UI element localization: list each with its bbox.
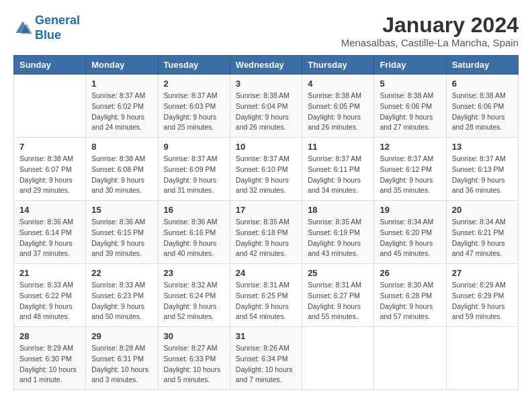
day-number: 27 xyxy=(452,268,513,278)
day-info: Sunrise: 8:34 AMSunset: 6:20 PMDaylight:… xyxy=(380,217,440,259)
day-number: 10 xyxy=(236,142,296,152)
day-info: Sunrise: 8:36 AMSunset: 6:15 PMDaylight:… xyxy=(91,217,152,259)
calendar-cell: 20 Sunrise: 8:34 AMSunset: 6:21 PMDaylig… xyxy=(446,201,518,264)
column-header-wednesday: Wednesday xyxy=(230,56,302,75)
calendar-cell: 2 Sunrise: 8:37 AMSunset: 6:03 PMDayligh… xyxy=(158,75,230,138)
calendar-cell: 30 Sunrise: 8:27 AMSunset: 6:33 PMDaylig… xyxy=(158,327,230,390)
calendar-week-row: 7 Sunrise: 8:38 AMSunset: 6:07 PMDayligh… xyxy=(14,138,519,201)
calendar-cell: 29 Sunrise: 8:28 AMSunset: 6:31 PMDaylig… xyxy=(86,327,158,390)
logo-line2: Blue xyxy=(35,28,61,42)
calendar-cell: 6 Sunrise: 8:38 AMSunset: 6:06 PMDayligh… xyxy=(446,75,518,138)
logo: General Blue xyxy=(13,13,80,42)
calendar-cell: 21 Sunrise: 8:33 AMSunset: 6:22 PMDaylig… xyxy=(14,264,86,327)
day-info: Sunrise: 8:38 AMSunset: 6:06 PMDaylight:… xyxy=(380,91,440,133)
day-info: Sunrise: 8:33 AMSunset: 6:23 PMDaylight:… xyxy=(91,280,152,322)
column-header-monday: Monday xyxy=(86,56,158,75)
calendar-cell: 27 Sunrise: 8:29 AMSunset: 6:29 PMDaylig… xyxy=(446,264,518,327)
day-number: 17 xyxy=(236,205,296,215)
calendar-cell xyxy=(446,327,518,390)
calendar-cell xyxy=(14,75,86,138)
day-info: Sunrise: 8:38 AMSunset: 6:08 PMDaylight:… xyxy=(91,154,152,196)
day-info: Sunrise: 8:28 AMSunset: 6:31 PMDaylight:… xyxy=(91,343,152,385)
day-info: Sunrise: 8:37 AMSunset: 6:03 PMDaylight:… xyxy=(164,91,224,133)
day-info: Sunrise: 8:35 AMSunset: 6:19 PMDaylight:… xyxy=(308,217,368,259)
calendar-week-row: 1 Sunrise: 8:37 AMSunset: 6:02 PMDayligh… xyxy=(14,75,519,138)
calendar-cell: 26 Sunrise: 8:30 AMSunset: 6:28 PMDaylig… xyxy=(374,264,446,327)
day-info: Sunrise: 8:27 AMSunset: 6:33 PMDaylight:… xyxy=(164,343,224,385)
calendar-cell: 28 Sunrise: 8:29 AMSunset: 6:30 PMDaylig… xyxy=(14,327,86,390)
day-info: Sunrise: 8:37 AMSunset: 6:09 PMDaylight:… xyxy=(164,154,224,196)
day-number: 14 xyxy=(19,205,80,215)
calendar-cell: 23 Sunrise: 8:32 AMSunset: 6:24 PMDaylig… xyxy=(158,264,230,327)
calendar-cell: 5 Sunrise: 8:38 AMSunset: 6:06 PMDayligh… xyxy=(374,75,446,138)
day-info: Sunrise: 8:37 AMSunset: 6:10 PMDaylight:… xyxy=(236,154,296,196)
day-number: 22 xyxy=(91,268,152,278)
day-info: Sunrise: 8:38 AMSunset: 6:04 PMDaylight:… xyxy=(236,91,296,133)
day-number: 4 xyxy=(308,79,368,89)
day-number: 5 xyxy=(380,79,440,89)
day-number: 2 xyxy=(164,79,224,89)
day-number: 31 xyxy=(236,331,296,341)
calendar-cell: 9 Sunrise: 8:37 AMSunset: 6:09 PMDayligh… xyxy=(158,138,230,201)
column-header-friday: Friday xyxy=(374,56,446,75)
day-info: Sunrise: 8:37 AMSunset: 6:12 PMDaylight:… xyxy=(380,154,440,196)
day-number: 30 xyxy=(164,331,224,341)
day-info: Sunrise: 8:37 AMSunset: 6:13 PMDaylight:… xyxy=(452,154,513,196)
page-header: General Blue January 2024 Menasalbas, Ca… xyxy=(13,13,519,48)
calendar-cell: 16 Sunrise: 8:36 AMSunset: 6:16 PMDaylig… xyxy=(158,201,230,264)
day-number: 6 xyxy=(452,79,513,89)
day-info: Sunrise: 8:38 AMSunset: 6:06 PMDaylight:… xyxy=(452,91,513,133)
day-number: 13 xyxy=(452,142,513,152)
day-number: 3 xyxy=(236,79,296,89)
day-info: Sunrise: 8:31 AMSunset: 6:27 PMDaylight:… xyxy=(308,280,368,322)
calendar-cell: 18 Sunrise: 8:35 AMSunset: 6:19 PMDaylig… xyxy=(302,201,374,264)
day-number: 28 xyxy=(19,331,80,341)
calendar-cell: 11 Sunrise: 8:37 AMSunset: 6:11 PMDaylig… xyxy=(302,138,374,201)
day-number: 21 xyxy=(19,268,80,278)
logo-line1: General xyxy=(35,13,80,27)
day-info: Sunrise: 8:29 AMSunset: 6:29 PMDaylight:… xyxy=(452,280,513,322)
day-number: 16 xyxy=(164,205,224,215)
title-area: January 2024 Menasalbas, Castille-La Man… xyxy=(341,13,519,48)
column-header-tuesday: Tuesday xyxy=(158,56,230,75)
calendar-cell: 12 Sunrise: 8:37 AMSunset: 6:12 PMDaylig… xyxy=(374,138,446,201)
day-number: 1 xyxy=(91,79,152,89)
calendar-cell: 14 Sunrise: 8:36 AMSunset: 6:14 PMDaylig… xyxy=(14,201,86,264)
day-number: 19 xyxy=(380,205,440,215)
calendar-week-row: 21 Sunrise: 8:33 AMSunset: 6:22 PMDaylig… xyxy=(14,264,519,327)
calendar-cell: 3 Sunrise: 8:38 AMSunset: 6:04 PMDayligh… xyxy=(230,75,302,138)
column-header-thursday: Thursday xyxy=(302,56,374,75)
day-info: Sunrise: 8:36 AMSunset: 6:14 PMDaylight:… xyxy=(19,217,80,259)
calendar-cell: 17 Sunrise: 8:35 AMSunset: 6:18 PMDaylig… xyxy=(230,201,302,264)
day-number: 23 xyxy=(164,268,224,278)
day-number: 9 xyxy=(164,142,224,152)
day-info: Sunrise: 8:37 AMSunset: 6:11 PMDaylight:… xyxy=(308,154,368,196)
day-info: Sunrise: 8:30 AMSunset: 6:28 PMDaylight:… xyxy=(380,280,440,322)
calendar-cell: 15 Sunrise: 8:36 AMSunset: 6:15 PMDaylig… xyxy=(86,201,158,264)
calendar-cell: 1 Sunrise: 8:37 AMSunset: 6:02 PMDayligh… xyxy=(86,75,158,138)
day-number: 8 xyxy=(91,142,152,152)
calendar-cell: 19 Sunrise: 8:34 AMSunset: 6:20 PMDaylig… xyxy=(374,201,446,264)
calendar-cell: 31 Sunrise: 8:26 AMSunset: 6:34 PMDaylig… xyxy=(230,327,302,390)
calendar-cell: 10 Sunrise: 8:37 AMSunset: 6:10 PMDaylig… xyxy=(230,138,302,201)
day-info: Sunrise: 8:26 AMSunset: 6:34 PMDaylight:… xyxy=(236,343,296,385)
day-number: 12 xyxy=(380,142,440,152)
day-info: Sunrise: 8:32 AMSunset: 6:24 PMDaylight:… xyxy=(164,280,224,322)
location-title: Menasalbas, Castille-La Mancha, Spain xyxy=(341,37,519,48)
day-info: Sunrise: 8:31 AMSunset: 6:25 PMDaylight:… xyxy=(236,280,296,322)
calendar-cell: 24 Sunrise: 8:31 AMSunset: 6:25 PMDaylig… xyxy=(230,264,302,327)
day-number: 7 xyxy=(19,142,80,152)
calendar-header-row: SundayMondayTuesdayWednesdayThursdayFrid… xyxy=(14,56,519,75)
month-title: January 2024 xyxy=(341,13,519,37)
day-number: 24 xyxy=(236,268,296,278)
day-info: Sunrise: 8:35 AMSunset: 6:18 PMDaylight:… xyxy=(236,217,296,259)
day-info: Sunrise: 8:33 AMSunset: 6:22 PMDaylight:… xyxy=(19,280,80,322)
day-number: 29 xyxy=(91,331,152,341)
calendar-cell: 25 Sunrise: 8:31 AMSunset: 6:27 PMDaylig… xyxy=(302,264,374,327)
day-info: Sunrise: 8:38 AMSunset: 6:07 PMDaylight:… xyxy=(19,154,80,196)
calendar-week-row: 14 Sunrise: 8:36 AMSunset: 6:14 PMDaylig… xyxy=(14,201,519,264)
calendar-cell: 22 Sunrise: 8:33 AMSunset: 6:23 PMDaylig… xyxy=(86,264,158,327)
column-header-sunday: Sunday xyxy=(14,56,86,75)
calendar-cell: 13 Sunrise: 8:37 AMSunset: 6:13 PMDaylig… xyxy=(446,138,518,201)
day-number: 11 xyxy=(308,142,368,152)
